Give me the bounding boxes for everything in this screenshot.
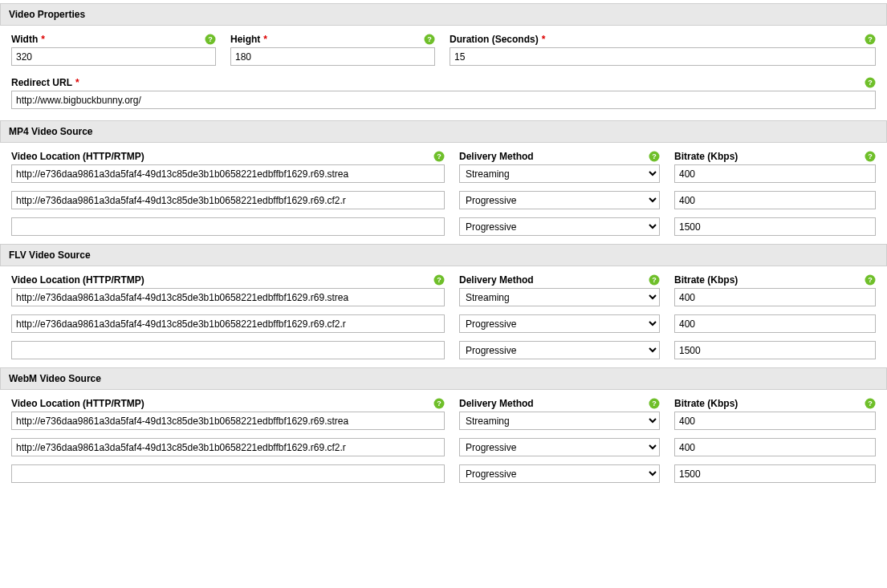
svg-text:?: ?: [437, 152, 441, 160]
video-location-input[interactable]: [11, 217, 445, 236]
required-marker: *: [542, 34, 546, 45]
bitrate-input[interactable]: [674, 438, 876, 456]
delivery-method-select[interactable]: StreamingProgressive: [459, 164, 660, 183]
help-icon[interactable]: ?: [424, 34, 435, 45]
help-icon[interactable]: ?: [433, 398, 445, 409]
video-location-label: Video Location (HTTP/RTMP): [11, 151, 144, 162]
source-row: Video Location (HTTP/RTMP)?Delivery Meth…: [11, 274, 876, 306]
help-icon[interactable]: ?: [433, 274, 445, 286]
video-location-input[interactable]: [11, 464, 445, 483]
section-title: FLV Video Source: [9, 249, 91, 261]
bitrate-input[interactable]: [674, 464, 876, 483]
delivery-method-label: Delivery Method: [459, 398, 534, 409]
bitrate-label: Bitrate (Kbps): [674, 398, 738, 409]
svg-text:?: ?: [868, 79, 873, 87]
delivery-method-label: Delivery Method: [459, 274, 534, 286]
delivery-method-select[interactable]: StreamingProgressive: [459, 191, 660, 209]
help-icon[interactable]: ?: [865, 398, 876, 409]
section-title: Video Properties: [9, 9, 85, 20]
height-input[interactable]: [230, 47, 435, 66]
section-header-webm: WebM Video Source: [0, 367, 887, 390]
source-row: StreamingProgressive: [11, 341, 876, 359]
required-marker: *: [41, 34, 45, 45]
delivery-method-select[interactable]: StreamingProgressive: [459, 438, 660, 456]
svg-text:?: ?: [437, 399, 441, 408]
help-icon[interactable]: ?: [649, 151, 660, 162]
redirect-url-label: Redirect URL*: [11, 77, 79, 88]
help-icon[interactable]: ?: [433, 151, 445, 162]
video-location-input[interactable]: [11, 341, 445, 359]
help-icon[interactable]: ?: [205, 34, 216, 45]
bitrate-input[interactable]: [674, 341, 876, 359]
source-row: StreamingProgressive: [11, 191, 876, 209]
delivery-method-select[interactable]: StreamingProgressive: [459, 288, 660, 306]
help-icon[interactable]: ?: [865, 77, 876, 88]
help-icon[interactable]: ?: [649, 398, 660, 409]
svg-text:?: ?: [868, 35, 873, 43]
svg-text:?: ?: [652, 399, 657, 408]
svg-text:?: ?: [868, 399, 873, 408]
bitrate-input[interactable]: [674, 412, 876, 430]
delivery-method-select[interactable]: StreamingProgressive: [459, 412, 660, 430]
source-row: Video Location (HTTP/RTMP)?Delivery Meth…: [11, 151, 876, 183]
bitrate-input[interactable]: [674, 288, 876, 306]
help-icon[interactable]: ?: [865, 274, 876, 286]
delivery-method-label: Delivery Method: [459, 151, 534, 162]
svg-text:?: ?: [868, 276, 873, 284]
svg-text:?: ?: [437, 276, 441, 284]
section-body-webm: Video Location (HTTP/RTMP)?Delivery Meth…: [0, 390, 887, 483]
section-header-flv: FLV Video Source: [0, 244, 887, 266]
help-icon[interactable]: ?: [649, 274, 660, 286]
svg-text:?: ?: [208, 35, 213, 43]
bitrate-label: Bitrate (Kbps): [674, 274, 738, 286]
source-row: StreamingProgressive: [11, 217, 876, 236]
video-location-input[interactable]: [11, 314, 445, 333]
bitrate-input[interactable]: [674, 314, 876, 333]
delivery-method-select[interactable]: StreamingProgressive: [459, 341, 660, 359]
video-location-input[interactable]: [11, 164, 445, 183]
svg-text:?: ?: [652, 276, 657, 284]
delivery-method-select[interactable]: StreamingProgressive: [459, 314, 660, 333]
section-body-flv: Video Location (HTTP/RTMP)?Delivery Meth…: [0, 266, 887, 359]
video-location-input[interactable]: [11, 412, 445, 430]
required-marker: *: [75, 77, 79, 88]
help-icon[interactable]: ?: [865, 34, 876, 45]
bitrate-label: Bitrate (Kbps): [674, 151, 738, 162]
required-marker: *: [263, 34, 267, 45]
section-title: WebM Video Source: [9, 373, 101, 384]
width-input[interactable]: [11, 47, 216, 66]
svg-text:?: ?: [427, 35, 432, 43]
video-location-label: Video Location (HTTP/RTMP): [11, 274, 144, 286]
redirect-url-input[interactable]: [11, 91, 876, 109]
source-row: StreamingProgressive: [11, 464, 876, 483]
section-header-mp4: MP4 Video Source: [0, 120, 887, 143]
height-label: Height*: [230, 34, 267, 45]
source-row: StreamingProgressive: [11, 438, 876, 456]
source-row: StreamingProgressive: [11, 314, 876, 333]
section-title: MP4 Video Source: [9, 126, 92, 137]
delivery-method-select[interactable]: StreamingProgressive: [459, 464, 660, 483]
bitrate-input[interactable]: [674, 217, 876, 236]
svg-text:?: ?: [652, 152, 657, 160]
section-header-video-properties: Video Properties: [0, 3, 887, 26]
width-label: Width*: [11, 34, 45, 45]
duration-input[interactable]: [450, 47, 876, 66]
source-row: Video Location (HTTP/RTMP)?Delivery Meth…: [11, 398, 876, 430]
video-location-label: Video Location (HTTP/RTMP): [11, 398, 144, 409]
video-location-input[interactable]: [11, 191, 445, 209]
section-body-video-properties: Width* ? Height* ? Duration (S: [0, 26, 887, 109]
video-location-input[interactable]: [11, 438, 445, 456]
svg-text:?: ?: [868, 152, 873, 160]
bitrate-input[interactable]: [674, 164, 876, 183]
help-icon[interactable]: ?: [865, 151, 876, 162]
bitrate-input[interactable]: [674, 191, 876, 209]
duration-label: Duration (Seconds)*: [450, 34, 545, 45]
delivery-method-select[interactable]: StreamingProgressive: [459, 217, 660, 236]
video-location-input[interactable]: [11, 288, 445, 306]
section-body-mp4: Video Location (HTTP/RTMP)?Delivery Meth…: [0, 143, 887, 236]
